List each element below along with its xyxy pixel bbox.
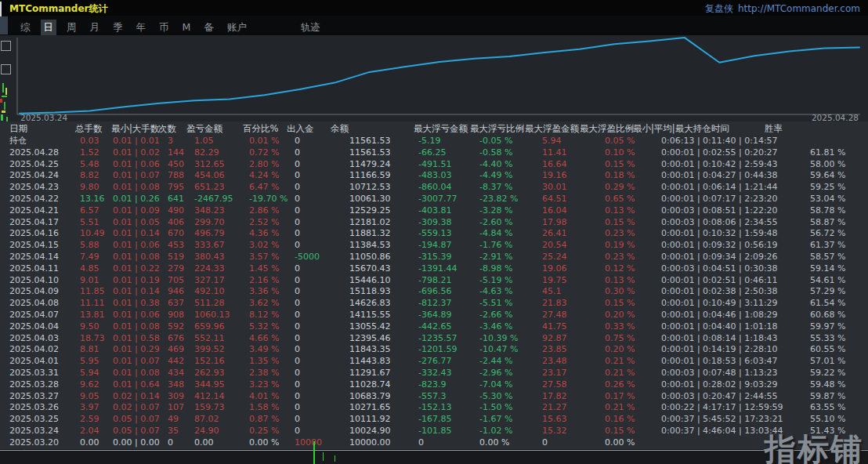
table-cell: 0.00 % bbox=[470, 437, 525, 449]
table-cell: 0 bbox=[287, 402, 331, 414]
table-cell: -4.49 % bbox=[470, 170, 525, 182]
table-cell: 8.81 bbox=[75, 344, 111, 356]
table-row[interactable]: 2025.04.2213.160.01 | 0.26641-2467.95-19… bbox=[0, 194, 868, 205]
table-cell: 5.32 % bbox=[243, 321, 287, 333]
table-cell: 2025.03.20 bbox=[9, 437, 75, 449]
table-row[interactable]: 2025.04.1610.490.01 | 0.14670496.794.36 … bbox=[0, 228, 868, 240]
table-cell: 0:00:01 | 0:09:34 | 2:09:26 bbox=[633, 252, 765, 263]
table-cell: 27.58 bbox=[525, 379, 580, 391]
menu-item-年[interactable]: 年 bbox=[133, 20, 150, 36]
brand-link[interactable]: 复盘侠http://MTCommander.com bbox=[705, 2, 860, 16]
table-row[interactable]: 2025.04.0811.110.01 | 0.38637511.283.62 … bbox=[0, 298, 868, 310]
table-cell: -442.65 bbox=[414, 321, 470, 333]
table-cell: 11166.59 bbox=[331, 170, 414, 182]
menu-item-账户[interactable]: 账户 bbox=[224, 20, 250, 36]
table-cell: 0.26 % bbox=[580, 379, 633, 391]
table-cell: 0:00:01 | 0:09:32 | 0:56:19 bbox=[633, 240, 765, 252]
table-cell: 8.82 bbox=[75, 170, 111, 182]
table-cell: 0:00:01 | 0:06:14 | 1:21:44 bbox=[633, 182, 765, 194]
table-cell: 4.85 bbox=[75, 263, 111, 275]
table-cell: 659.96 bbox=[186, 321, 243, 333]
table-row[interactable]: 2025.03.242.040.05 | 0.073524.900.25 %01… bbox=[0, 426, 868, 437]
table-cell: 17.82 bbox=[525, 391, 580, 403]
table-cell: 56.72 % bbox=[765, 228, 868, 240]
table-cell: -491.51 bbox=[414, 159, 470, 171]
table-row[interactable]: 2025.04.114.850.01 | 0.22279224.331.45 %… bbox=[0, 263, 868, 275]
table-row[interactable]: 2025.04.248.820.01 | 0.07788454.064.24 %… bbox=[0, 170, 868, 182]
menu-item-日[interactable]: 日 bbox=[41, 20, 57, 36]
table-row[interactable]: 2025.04.216.570.01 | 0.09490348.232.86 %… bbox=[0, 205, 868, 217]
table-row[interactable]: 2025.04.0713.810.01 | 0.069081060.138.12… bbox=[0, 310, 868, 321]
table-row[interactable]: 2025.03.279.050.02 | 0.14309412.144.01 %… bbox=[0, 391, 868, 403]
column-header: 最大浮亏金额 bbox=[414, 122, 470, 136]
table-cell: 552.11 bbox=[186, 333, 243, 345]
table-cell: 348.23 bbox=[186, 205, 243, 217]
table-cell: 6.57 bbox=[75, 205, 111, 217]
table-cell: 4.01 % bbox=[243, 391, 287, 403]
table-cell: 788 bbox=[158, 170, 186, 182]
table-row[interactable]: 2025.03.252.590.05 | 0.074987.020.87 %01… bbox=[0, 414, 868, 426]
table-row[interactable]: 2025.03.263.970.02 | 0.07107159.731.58 %… bbox=[0, 402, 868, 414]
table-row[interactable]: 2025.04.0318.730.01 | 0.58676552.114.66 … bbox=[0, 333, 868, 345]
table-cell: 670 bbox=[158, 228, 186, 240]
table-cell: 0.20 % bbox=[580, 344, 633, 356]
table-row[interactable]: 2025.04.147.490.01 | 0.08519380.433.57 %… bbox=[0, 252, 868, 263]
table-row[interactable]: 2025.04.015.950.01 | 0.07442152.161.35 %… bbox=[0, 356, 868, 368]
table-cell: -1.67 % bbox=[470, 414, 525, 426]
table-cell: 13055.42 bbox=[331, 321, 414, 333]
table-cell: 23.17 bbox=[525, 368, 580, 379]
table-cell: 8.12 % bbox=[243, 310, 287, 321]
table-cell: 19.16 bbox=[525, 170, 580, 182]
table-cell: -557.3 bbox=[414, 391, 470, 403]
table-row[interactable]: 2025.04.109.010.01 | 0.19705327.172.16 %… bbox=[0, 275, 868, 287]
menu-item-周[interactable]: 周 bbox=[63, 20, 80, 36]
table-cell: 0 bbox=[287, 379, 331, 391]
table-row[interactable]: 持仓0.030.01 | 0.0131.050.01 %011561.53-5.… bbox=[0, 136, 868, 147]
table-cell: 2025.03.28 bbox=[9, 379, 75, 391]
table-cell: -1.76 % bbox=[470, 240, 525, 252]
table-cell: 453 bbox=[158, 240, 186, 252]
table-cell: 53.04 % bbox=[765, 194, 868, 205]
table-cell: -315.39 bbox=[414, 252, 470, 263]
table-cell: 9.80 bbox=[75, 182, 111, 194]
stray-mark bbox=[2, 111, 5, 113]
stray-green-tick bbox=[323, 452, 324, 461]
table-row[interactable]: 2025.04.0911.850.01 | 0.14946492.103.36 … bbox=[0, 286, 868, 298]
table-cell: 10111.92 bbox=[331, 414, 414, 426]
menu-item-月[interactable]: 月 bbox=[87, 20, 103, 36]
equity-chart bbox=[0, 35, 868, 121]
table-cell: 592 bbox=[158, 321, 186, 333]
table-row[interactable]: 2025.04.155.880.01 | 0.06453333.673.02 %… bbox=[0, 240, 868, 252]
table-cell: 61.37 % bbox=[765, 240, 868, 252]
table-row[interactable]: 2025.03.315.940.01 | 0.08434262.932.38 %… bbox=[0, 368, 868, 379]
table-cell: 2025.04.21 bbox=[9, 205, 75, 217]
menu-item-track[interactable]: 轨迹 bbox=[298, 20, 324, 36]
table-cell: -483.03 bbox=[414, 170, 470, 182]
table-row[interactable]: 2025.03.200.000.00 | 0.0000.000.00 %1000… bbox=[0, 437, 868, 449]
table-cell: 2025.03.26 bbox=[9, 402, 75, 414]
menu-item-季[interactable]: 季 bbox=[110, 20, 126, 36]
column-header: 余额 bbox=[331, 122, 414, 136]
table-row[interactable]: 2025.04.028.810.01 | 0.29469399.523.49 %… bbox=[0, 344, 868, 356]
table-row[interactable]: 2025.04.281.520.01 | 0.0214482.290.72 %0… bbox=[0, 147, 868, 159]
table-cell: -5.30 % bbox=[470, 391, 525, 403]
menu-item-综[interactable]: 综 bbox=[17, 20, 34, 36]
menu-item-币[interactable]: 币 bbox=[156, 20, 172, 36]
table-cell: 10000.00 bbox=[331, 437, 414, 449]
table-cell: 2025.04.17 bbox=[9, 217, 75, 229]
table-row[interactable]: 2025.04.049.500.01 | 0.08592659.965.32 %… bbox=[0, 321, 868, 333]
table-cell: 0:00:03 | 0:04:51 | 0:30:38 bbox=[633, 263, 765, 275]
table-cell: 2025.04.09 bbox=[9, 286, 75, 298]
table-row[interactable]: 2025.04.175.510.01 | 0.05406299.702.52 %… bbox=[0, 217, 868, 229]
table-row[interactable]: 2025.04.255.480.01 | 0.06450312.652.80 %… bbox=[0, 159, 868, 171]
table-row[interactable]: 2025.04.239.800.01 | 0.08795651.236.47 %… bbox=[0, 182, 868, 194]
table-cell: 41.75 bbox=[525, 321, 580, 333]
menu-item-M[interactable]: M bbox=[179, 20, 194, 34]
table-cell: 60.55 % bbox=[765, 344, 868, 356]
table-cell: 25.24 bbox=[525, 252, 580, 263]
table-cell: 9.62 bbox=[75, 379, 111, 391]
table-row[interactable]: 2025.03.289.620.01 | 0.64348344.953.23 %… bbox=[0, 379, 868, 391]
brand-url[interactable]: http://MTCommander.com bbox=[738, 3, 860, 14]
menu-item-备[interactable]: 备 bbox=[201, 20, 217, 36]
table-cell: -2.44 % bbox=[470, 356, 525, 368]
